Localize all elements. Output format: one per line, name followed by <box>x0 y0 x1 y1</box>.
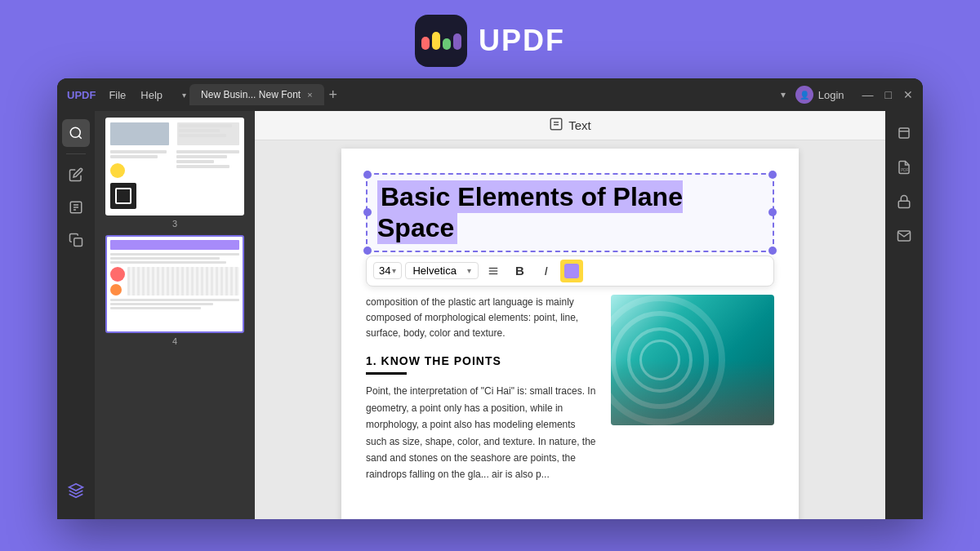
top-branding: UPDF <box>415 0 565 78</box>
svg-rect-6 <box>74 238 82 247</box>
handle-tr[interactable] <box>768 171 777 179</box>
font-name-value: Helvetica <box>412 264 456 277</box>
page-content: Basic Elements of Plane Space 34 ▾ Helve… <box>341 149 799 519</box>
handle-ml[interactable] <box>363 208 372 216</box>
menu-file[interactable]: File <box>109 89 126 101</box>
font-name-control[interactable]: Helvetica ▾ <box>405 262 479 279</box>
copy-btn[interactable] <box>62 226 90 254</box>
align-btn[interactable] <box>482 260 505 282</box>
tunnel-image <box>611 295 774 425</box>
intro-paragraph: composition of the plastic art language … <box>366 295 598 342</box>
right-search-btn[interactable] <box>890 119 918 147</box>
color-picker-btn[interactable] <box>560 260 583 282</box>
tab-close-btn[interactable]: × <box>307 90 312 100</box>
body-area: composition of the plastic art language … <box>366 295 774 483</box>
section1-heading: 1. KNOW THE POINTS <box>366 354 598 367</box>
edit-btn[interactable] <box>62 161 90 189</box>
main-area: 3 <box>57 111 923 519</box>
section1-body: Point, the interpretation of "Ci Hai" is… <box>366 383 598 482</box>
title-dropdown-btn[interactable]: ▾ <box>781 89 786 100</box>
wave-2 <box>432 32 440 50</box>
section1-underline <box>366 372 407 375</box>
win-close-btn[interactable]: ✕ <box>903 88 913 101</box>
active-tab[interactable]: New Busin... New Font × <box>189 84 323 105</box>
thumb-page-4[interactable]: 4 <box>101 235 248 346</box>
page-heading: Basic Elements of Plane Space <box>377 180 683 244</box>
new-tab-btn[interactable]: + <box>329 87 338 104</box>
tunnel-visual <box>611 295 774 425</box>
text-mode-icon <box>549 117 564 134</box>
body-text-column: composition of the plastic art language … <box>366 295 598 483</box>
tabs-area: ▾ New Busin... New Font × + <box>182 84 774 105</box>
doc-viewer: Text Basic Elements of Plane Space <box>255 111 885 519</box>
svg-marker-7 <box>69 484 83 491</box>
titlebar: UPDF File Help ▾ New Busin... New Font ×… <box>57 78 923 111</box>
left-sidebar <box>57 111 95 519</box>
titlebar-right: ▾ 👤 Login — □ ✕ <box>781 86 913 104</box>
win-maximize-btn[interactable]: □ <box>885 88 892 101</box>
win-controls: — □ ✕ <box>862 88 913 101</box>
handle-br[interactable] <box>768 247 777 255</box>
right-panel: PDF <box>885 111 923 519</box>
login-label: Login <box>818 89 844 101</box>
wave-4 <box>453 33 461 50</box>
handle-tl[interactable] <box>363 171 372 179</box>
titlebar-brand: UPDF <box>67 89 96 101</box>
color-swatch <box>564 264 579 278</box>
format-toolbar: 34 ▾ Helvetica ▾ B <box>366 256 774 287</box>
wave-3 <box>443 38 451 50</box>
layers-btn[interactable] <box>62 477 90 504</box>
thumb-page-3[interactable]: 3 <box>101 118 248 229</box>
font-name-dropdown[interactable]: ▾ <box>467 266 471 275</box>
search-btn[interactable] <box>62 119 90 147</box>
svg-rect-32 <box>898 201 910 207</box>
svg-text:PDF: PDF <box>901 168 908 172</box>
right-pdf-btn[interactable]: PDF <box>890 153 918 181</box>
tab-dropdown-arrow[interactable]: ▾ <box>182 91 186 100</box>
thumb-4-img[interactable] <box>105 235 244 333</box>
app-icon-waves <box>421 32 461 50</box>
bold-label: B <box>515 264 524 278</box>
thumb-3-num: 3 <box>172 219 177 229</box>
text-selection-box[interactable]: Basic Elements of Plane Space <box>366 173 774 252</box>
app-name-label: UPDF <box>479 24 565 58</box>
handle-mr[interactable] <box>768 208 777 216</box>
svg-point-0 <box>70 127 80 137</box>
thumbnails-panel: 3 <box>95 111 255 519</box>
wave-1 <box>421 37 430 50</box>
svg-line-1 <box>78 136 81 138</box>
app-icon <box>415 15 467 67</box>
right-lock-btn[interactable] <box>890 188 918 216</box>
text-btn[interactable] <box>62 193 90 221</box>
italic-label: I <box>544 264 547 278</box>
font-size-value: 34 <box>379 264 390 277</box>
font-size-dropdown[interactable]: ▾ <box>392 266 396 275</box>
font-size-control[interactable]: 34 ▾ <box>373 262 402 279</box>
svg-rect-29 <box>899 128 909 138</box>
tunnel-glow <box>611 360 774 425</box>
thumb-3-img[interactable] <box>105 118 244 216</box>
italic-btn[interactable]: I <box>534 260 557 282</box>
handle-bl[interactable] <box>363 247 372 255</box>
main-window: UPDF File Help ▾ New Busin... New Font ×… <box>57 78 923 519</box>
thumb-4-num: 4 <box>172 336 177 346</box>
text-mode-label: Text <box>568 118 591 132</box>
login-avatar: 👤 <box>795 86 813 104</box>
bold-btn[interactable]: B <box>508 260 531 282</box>
tab-label: New Busin... New Font <box>201 89 301 100</box>
win-minimize-btn[interactable]: — <box>862 88 874 101</box>
menu-help[interactable]: Help <box>140 89 163 101</box>
sidebar-divider-1 <box>66 153 86 154</box>
login-button[interactable]: 👤 Login <box>795 86 844 104</box>
right-mail-btn[interactable] <box>890 222 918 250</box>
titlebar-menu: File Help <box>109 89 163 101</box>
text-mode-bar: Text <box>255 111 885 140</box>
